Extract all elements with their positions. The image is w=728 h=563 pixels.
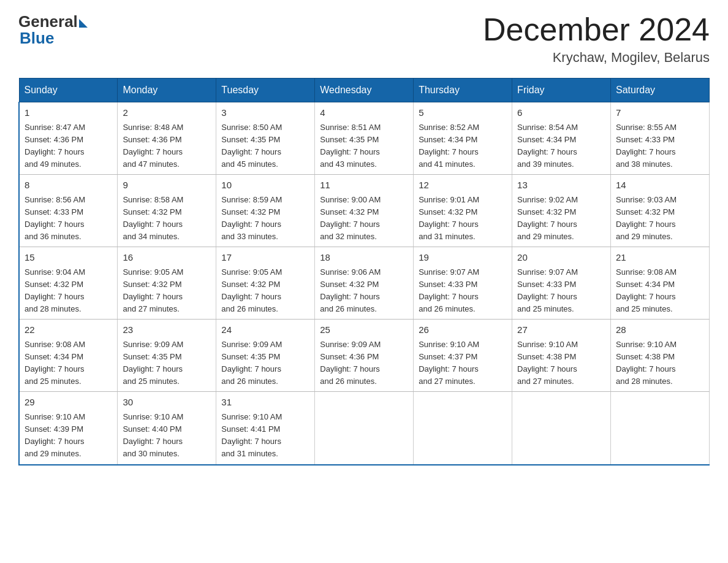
- calendar-cell: 14 Sunrise: 9:03 AMSunset: 4:32 PMDaylig…: [611, 175, 710, 247]
- calendar-header: SundayMondayTuesdayWednesdayThursdayFrid…: [19, 79, 710, 102]
- day-number: 31: [221, 396, 309, 410]
- day-number: 3: [221, 106, 309, 120]
- day-info: Sunrise: 8:52 AMSunset: 4:34 PMDaylight:…: [419, 123, 479, 169]
- calendar-cell: 9 Sunrise: 8:58 AMSunset: 4:32 PMDayligh…: [118, 175, 216, 247]
- calendar-cell: 7 Sunrise: 8:55 AMSunset: 4:33 PMDayligh…: [611, 102, 710, 175]
- day-number: 23: [123, 323, 211, 337]
- calendar-cell: 30 Sunrise: 9:10 AMSunset: 4:40 PMDaylig…: [118, 392, 216, 465]
- day-number: 24: [221, 323, 309, 337]
- calendar-cell: 13 Sunrise: 9:02 AMSunset: 4:32 PMDaylig…: [512, 175, 611, 247]
- page-header: General Blue December 2024 Krychaw, Mogi…: [18, 12, 710, 66]
- calendar-cell: [611, 392, 710, 465]
- calendar-cell: 19 Sunrise: 9:07 AMSunset: 4:33 PMDaylig…: [414, 247, 512, 320]
- day-number: 28: [616, 323, 704, 337]
- day-number: 10: [221, 178, 309, 193]
- day-number: 18: [320, 251, 408, 265]
- day-info: Sunrise: 8:59 AMSunset: 4:32 PMDaylight:…: [221, 195, 282, 241]
- calendar-cell: 5 Sunrise: 8:52 AMSunset: 4:34 PMDayligh…: [414, 102, 512, 175]
- day-info: Sunrise: 9:08 AMSunset: 4:34 PMDaylight:…: [616, 267, 677, 313]
- weekday-header-wednesday: Wednesday: [315, 79, 414, 102]
- calendar-week-4: 22 Sunrise: 9:08 AMSunset: 4:34 PMDaylig…: [19, 320, 710, 392]
- day-info: Sunrise: 8:58 AMSunset: 4:32 PMDaylight:…: [123, 195, 183, 241]
- day-info: Sunrise: 9:10 AMSunset: 4:40 PMDaylight:…: [123, 412, 183, 458]
- day-info: Sunrise: 9:09 AMSunset: 4:36 PMDaylight:…: [320, 340, 381, 386]
- calendar-week-1: 1 Sunrise: 8:47 AMSunset: 4:36 PMDayligh…: [19, 102, 710, 175]
- location-text: Krychaw, Mogilev, Belarus: [483, 50, 710, 66]
- calendar-cell: 16 Sunrise: 9:05 AMSunset: 4:32 PMDaylig…: [118, 247, 216, 320]
- day-number: 12: [419, 178, 507, 193]
- calendar-week-2: 8 Sunrise: 8:56 AMSunset: 4:33 PMDayligh…: [19, 175, 710, 247]
- logo-arrow-icon: [79, 19, 88, 28]
- day-number: 15: [25, 251, 112, 265]
- day-number: 26: [419, 323, 507, 337]
- calendar-cell: 17 Sunrise: 9:05 AMSunset: 4:32 PMDaylig…: [216, 247, 315, 320]
- day-number: 21: [616, 251, 704, 265]
- weekday-header-sunday: Sunday: [19, 79, 118, 102]
- day-number: 6: [517, 106, 605, 120]
- day-info: Sunrise: 9:01 AMSunset: 4:32 PMDaylight:…: [419, 195, 479, 241]
- day-info: Sunrise: 8:54 AMSunset: 4:34 PMDaylight:…: [517, 123, 578, 169]
- calendar-cell: 27 Sunrise: 9:10 AMSunset: 4:38 PMDaylig…: [512, 320, 611, 392]
- month-title: December 2024: [483, 12, 710, 47]
- day-info: Sunrise: 9:10 AMSunset: 4:38 PMDaylight:…: [616, 340, 677, 386]
- calendar-cell: 24 Sunrise: 9:09 AMSunset: 4:35 PMDaylig…: [216, 320, 315, 392]
- day-info: Sunrise: 8:56 AMSunset: 4:33 PMDaylight:…: [25, 195, 85, 241]
- day-info: Sunrise: 8:51 AMSunset: 4:35 PMDaylight:…: [320, 123, 381, 169]
- calendar-cell: 20 Sunrise: 9:07 AMSunset: 4:33 PMDaylig…: [512, 247, 611, 320]
- day-number: 2: [123, 106, 211, 120]
- day-info: Sunrise: 9:04 AMSunset: 4:32 PMDaylight:…: [25, 267, 85, 313]
- logo: General Blue: [18, 12, 88, 48]
- day-info: Sunrise: 9:03 AMSunset: 4:32 PMDaylight:…: [616, 195, 677, 241]
- day-info: Sunrise: 8:50 AMSunset: 4:35 PMDaylight:…: [221, 123, 282, 169]
- weekday-header-row: SundayMondayTuesdayWednesdayThursdayFrid…: [19, 79, 710, 102]
- calendar-cell: 12 Sunrise: 9:01 AMSunset: 4:32 PMDaylig…: [414, 175, 512, 247]
- weekday-header-saturday: Saturday: [611, 79, 710, 102]
- day-number: 17: [221, 251, 309, 265]
- calendar-cell: 3 Sunrise: 8:50 AMSunset: 4:35 PMDayligh…: [216, 102, 315, 175]
- day-number: 13: [517, 178, 605, 193]
- calendar-cell: 28 Sunrise: 9:10 AMSunset: 4:38 PMDaylig…: [611, 320, 710, 392]
- calendar-cell: 18 Sunrise: 9:06 AMSunset: 4:32 PMDaylig…: [315, 247, 414, 320]
- day-info: Sunrise: 9:10 AMSunset: 4:38 PMDaylight:…: [517, 340, 578, 386]
- weekday-header-monday: Monday: [118, 79, 216, 102]
- calendar-cell: 1 Sunrise: 8:47 AMSunset: 4:36 PMDayligh…: [19, 102, 118, 175]
- day-info: Sunrise: 8:55 AMSunset: 4:33 PMDaylight:…: [616, 123, 677, 169]
- weekday-header-tuesday: Tuesday: [216, 79, 315, 102]
- day-number: 19: [419, 251, 507, 265]
- calendar-cell: 10 Sunrise: 8:59 AMSunset: 4:32 PMDaylig…: [216, 175, 315, 247]
- day-number: 9: [123, 178, 211, 193]
- day-number: 14: [616, 178, 704, 193]
- day-info: Sunrise: 8:47 AMSunset: 4:36 PMDaylight:…: [25, 123, 85, 169]
- day-info: Sunrise: 9:09 AMSunset: 4:35 PMDaylight:…: [123, 340, 183, 386]
- day-number: 4: [320, 106, 408, 120]
- title-area: December 2024 Krychaw, Mogilev, Belarus: [483, 12, 710, 66]
- calendar-cell: 29 Sunrise: 9:10 AMSunset: 4:39 PMDaylig…: [19, 392, 118, 465]
- day-info: Sunrise: 9:10 AMSunset: 4:39 PMDaylight:…: [25, 412, 85, 458]
- calendar-cell: 6 Sunrise: 8:54 AMSunset: 4:34 PMDayligh…: [512, 102, 611, 175]
- day-info: Sunrise: 9:00 AMSunset: 4:32 PMDaylight:…: [320, 195, 381, 241]
- calendar-cell: 4 Sunrise: 8:51 AMSunset: 4:35 PMDayligh…: [315, 102, 414, 175]
- day-number: 11: [320, 178, 408, 193]
- calendar-body: 1 Sunrise: 8:47 AMSunset: 4:36 PMDayligh…: [19, 102, 710, 465]
- weekday-header-thursday: Thursday: [414, 79, 512, 102]
- day-info: Sunrise: 9:08 AMSunset: 4:34 PMDaylight:…: [25, 340, 85, 386]
- calendar-cell: 25 Sunrise: 9:09 AMSunset: 4:36 PMDaylig…: [315, 320, 414, 392]
- calendar-cell: [512, 392, 611, 465]
- day-number: 1: [25, 106, 112, 120]
- calendar-week-3: 15 Sunrise: 9:04 AMSunset: 4:32 PMDaylig…: [19, 247, 710, 320]
- day-number: 30: [123, 396, 211, 410]
- calendar-cell: 21 Sunrise: 9:08 AMSunset: 4:34 PMDaylig…: [611, 247, 710, 320]
- day-number: 16: [123, 251, 211, 265]
- calendar-cell: 23 Sunrise: 9:09 AMSunset: 4:35 PMDaylig…: [118, 320, 216, 392]
- day-info: Sunrise: 8:48 AMSunset: 4:36 PMDaylight:…: [123, 123, 183, 169]
- day-info: Sunrise: 9:10 AMSunset: 4:37 PMDaylight:…: [419, 340, 479, 386]
- day-info: Sunrise: 9:07 AMSunset: 4:33 PMDaylight:…: [419, 267, 479, 313]
- calendar-cell: 11 Sunrise: 9:00 AMSunset: 4:32 PMDaylig…: [315, 175, 414, 247]
- logo-blue-text: Blue: [20, 29, 54, 48]
- day-number: 27: [517, 323, 605, 337]
- day-number: 25: [320, 323, 408, 337]
- calendar-table: SundayMondayTuesdayWednesdayThursdayFrid…: [18, 78, 710, 465]
- weekday-header-friday: Friday: [512, 79, 611, 102]
- day-number: 8: [25, 178, 112, 193]
- day-number: 29: [25, 396, 112, 410]
